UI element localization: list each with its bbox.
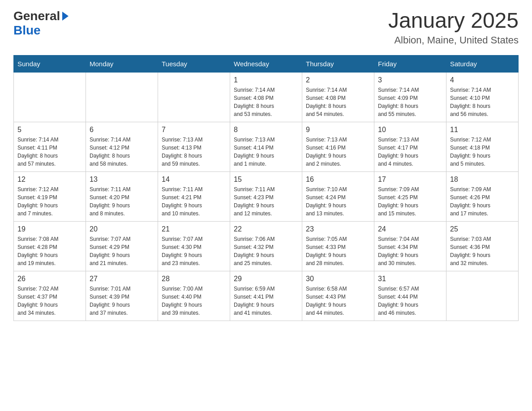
weekday-header-row: SundayMondayTuesdayWednesdayThursdayFrid… [14,55,519,72]
weekday-header-thursday: Thursday [302,55,374,72]
day-number: 24 [378,225,442,233]
day-info: Sunrise: 7:14 AM Sunset: 4:08 PM Dayligh… [234,86,298,118]
day-number: 6 [90,126,154,134]
calendar-cell [14,72,86,122]
day-info: Sunrise: 7:08 AM Sunset: 4:28 PM Dayligh… [17,235,82,267]
week-row-4: 19Sunrise: 7:08 AM Sunset: 4:28 PM Dayli… [14,221,519,271]
day-number: 19 [17,225,82,233]
day-info: Sunrise: 6:59 AM Sunset: 4:41 PM Dayligh… [234,285,298,317]
calendar-cell: 25Sunrise: 7:03 AM Sunset: 4:36 PM Dayli… [446,221,519,271]
logo-blue-text: Blue [13,23,41,37]
day-info: Sunrise: 7:14 AM Sunset: 4:10 PM Dayligh… [450,86,515,118]
calendar-cell: 7Sunrise: 7:13 AM Sunset: 4:13 PM Daylig… [158,122,230,171]
day-info: Sunrise: 7:13 AM Sunset: 4:16 PM Dayligh… [306,136,370,168]
day-info: Sunrise: 7:14 AM Sunset: 4:09 PM Dayligh… [378,86,442,118]
week-row-5: 26Sunrise: 7:02 AM Sunset: 4:37 PM Dayli… [14,271,519,321]
calendar-cell: 28Sunrise: 7:00 AM Sunset: 4:40 PM Dayli… [158,271,230,321]
day-number: 16 [306,176,370,184]
day-number: 30 [306,275,370,283]
calendar-cell: 12Sunrise: 7:12 AM Sunset: 4:19 PM Dayli… [14,171,86,221]
day-number: 22 [234,225,298,233]
day-info: Sunrise: 7:01 AM Sunset: 4:39 PM Dayligh… [90,285,154,317]
week-row-3: 12Sunrise: 7:12 AM Sunset: 4:19 PM Dayli… [14,171,519,221]
calendar-cell: 2Sunrise: 7:14 AM Sunset: 4:08 PM Daylig… [302,72,374,122]
day-info: Sunrise: 7:10 AM Sunset: 4:24 PM Dayligh… [306,185,370,218]
week-row-1: 1Sunrise: 7:14 AM Sunset: 4:08 PM Daylig… [14,72,519,122]
calendar-cell: 20Sunrise: 7:07 AM Sunset: 4:29 PM Dayli… [86,221,158,271]
day-number: 28 [162,275,226,283]
day-number: 25 [450,225,515,233]
day-number: 21 [162,225,226,233]
day-number: 4 [450,76,515,84]
calendar-cell: 24Sunrise: 7:04 AM Sunset: 4:34 PM Dayli… [374,221,446,271]
day-info: Sunrise: 7:09 AM Sunset: 4:25 PM Dayligh… [378,185,442,218]
weekday-header-saturday: Saturday [446,55,519,72]
calendar-cell: 17Sunrise: 7:09 AM Sunset: 4:25 PM Dayli… [374,171,446,221]
day-number: 17 [378,176,442,184]
calendar-cell: 14Sunrise: 7:11 AM Sunset: 4:21 PM Dayli… [158,171,230,221]
calendar-cell [86,72,158,122]
day-info: Sunrise: 7:12 AM Sunset: 4:18 PM Dayligh… [450,136,515,168]
day-number: 29 [234,275,298,283]
day-info: Sunrise: 7:04 AM Sunset: 4:34 PM Dayligh… [378,235,442,267]
day-info: Sunrise: 7:06 AM Sunset: 4:32 PM Dayligh… [234,235,298,267]
day-info: Sunrise: 7:09 AM Sunset: 4:26 PM Dayligh… [450,185,515,218]
day-info: Sunrise: 7:02 AM Sunset: 4:37 PM Dayligh… [17,285,82,317]
day-info: Sunrise: 7:13 AM Sunset: 4:14 PM Dayligh… [234,136,298,168]
week-row-2: 5Sunrise: 7:14 AM Sunset: 4:11 PM Daylig… [14,122,519,171]
day-info: Sunrise: 7:05 AM Sunset: 4:33 PM Dayligh… [306,235,370,267]
day-number: 18 [450,176,515,184]
day-number: 31 [378,275,442,283]
day-number: 3 [378,76,442,84]
calendar-cell: 16Sunrise: 7:10 AM Sunset: 4:24 PM Dayli… [302,171,374,221]
page-header: General Blue January 2025 Albion, Maine,… [13,9,519,46]
day-info: Sunrise: 6:57 AM Sunset: 4:44 PM Dayligh… [378,285,442,317]
calendar-cell [158,72,230,122]
calendar-cell: 23Sunrise: 7:05 AM Sunset: 4:33 PM Dayli… [302,221,374,271]
day-number: 14 [162,176,226,184]
weekday-header-wednesday: Wednesday [230,55,302,72]
day-number: 8 [234,126,298,134]
weekday-header-friday: Friday [374,55,446,72]
title-section: January 2025 Albion, Maine, United State… [388,9,519,46]
calendar-cell: 15Sunrise: 7:11 AM Sunset: 4:23 PM Dayli… [230,171,302,221]
calendar-cell: 5Sunrise: 7:14 AM Sunset: 4:11 PM Daylig… [14,122,86,171]
day-number: 26 [17,275,82,283]
calendar-title: January 2025 [388,9,519,33]
calendar-cell: 18Sunrise: 7:09 AM Sunset: 4:26 PM Dayli… [446,171,519,221]
calendar-cell: 8Sunrise: 7:13 AM Sunset: 4:14 PM Daylig… [230,122,302,171]
calendar-cell: 26Sunrise: 7:02 AM Sunset: 4:37 PM Dayli… [14,271,86,321]
day-number: 13 [90,176,154,184]
day-info: Sunrise: 7:14 AM Sunset: 4:11 PM Dayligh… [17,136,82,168]
logo: General Blue [13,9,69,38]
day-info: Sunrise: 7:00 AM Sunset: 4:40 PM Dayligh… [162,285,226,317]
day-number: 2 [306,76,370,84]
calendar-cell: 1Sunrise: 7:14 AM Sunset: 4:08 PM Daylig… [230,72,302,122]
day-info: Sunrise: 7:11 AM Sunset: 4:21 PM Dayligh… [162,185,226,218]
day-info: Sunrise: 7:13 AM Sunset: 4:17 PM Dayligh… [378,136,442,168]
day-number: 11 [450,126,515,134]
calendar-cell: 30Sunrise: 6:58 AM Sunset: 4:43 PM Dayli… [302,271,374,321]
day-info: Sunrise: 7:13 AM Sunset: 4:13 PM Dayligh… [162,136,226,168]
calendar-cell: 9Sunrise: 7:13 AM Sunset: 4:16 PM Daylig… [302,122,374,171]
calendar-cell: 3Sunrise: 7:14 AM Sunset: 4:09 PM Daylig… [374,72,446,122]
calendar-cell: 13Sunrise: 7:11 AM Sunset: 4:20 PM Dayli… [86,171,158,221]
day-info: Sunrise: 7:07 AM Sunset: 4:29 PM Dayligh… [90,235,154,267]
calendar-cell [446,271,519,321]
calendar-table: SundayMondayTuesdayWednesdayThursdayFrid… [13,55,519,321]
calendar-cell: 19Sunrise: 7:08 AM Sunset: 4:28 PM Dayli… [14,221,86,271]
calendar-cell: 4Sunrise: 7:14 AM Sunset: 4:10 PM Daylig… [446,72,519,122]
weekday-header-tuesday: Tuesday [158,55,230,72]
day-info: Sunrise: 7:14 AM Sunset: 4:12 PM Dayligh… [90,136,154,168]
day-info: Sunrise: 7:11 AM Sunset: 4:23 PM Dayligh… [234,185,298,218]
day-info: Sunrise: 7:07 AM Sunset: 4:30 PM Dayligh… [162,235,226,267]
calendar-cell: 10Sunrise: 7:13 AM Sunset: 4:17 PM Dayli… [374,122,446,171]
calendar-cell: 27Sunrise: 7:01 AM Sunset: 4:39 PM Dayli… [86,271,158,321]
logo-arrow-icon [62,12,69,21]
day-number: 15 [234,176,298,184]
day-number: 9 [306,126,370,134]
logo-general-text: General [13,9,60,23]
calendar-cell: 11Sunrise: 7:12 AM Sunset: 4:18 PM Dayli… [446,122,519,171]
day-number: 10 [378,126,442,134]
day-info: Sunrise: 6:58 AM Sunset: 4:43 PM Dayligh… [306,285,370,317]
